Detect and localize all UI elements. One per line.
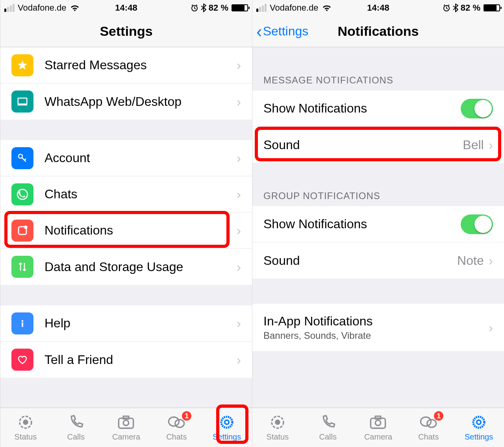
nav-title: Notifications bbox=[338, 24, 419, 39]
phone-icon bbox=[68, 414, 84, 431]
section-header-group: GROUP NOTIFICATIONS bbox=[252, 163, 504, 206]
chevron-right-icon: › bbox=[237, 223, 241, 238]
row-subtitle: Banners, Sounds, Vibrate bbox=[263, 330, 489, 341]
svg-point-26 bbox=[473, 417, 484, 428]
svg-point-3 bbox=[19, 154, 22, 158]
chevron-right-icon: › bbox=[237, 94, 241, 109]
star-icon bbox=[11, 54, 33, 76]
carrier-label: Vodafone.de bbox=[270, 3, 319, 13]
tab-bar: Status Calls Camera 1 Chats Settings bbox=[0, 408, 252, 447]
nav-bar: Settings bbox=[0, 16, 252, 47]
row-label: Help bbox=[44, 316, 237, 331]
notifications-list: MESSAGE NOTIFICATIONS Show Notifications… bbox=[252, 47, 504, 408]
row-label: Chats bbox=[44, 187, 237, 201]
row-label: Sound bbox=[263, 138, 463, 152]
row-label: Starred Messages bbox=[44, 58, 237, 72]
chevron-right-icon: › bbox=[489, 320, 493, 335]
svg-point-16 bbox=[221, 417, 232, 428]
tab-chats[interactable]: 1 Chats bbox=[151, 408, 202, 447]
battery-icon bbox=[232, 4, 248, 11]
row-msg-sound[interactable]: Sound Bell › bbox=[252, 127, 504, 163]
tab-settings[interactable]: Settings bbox=[454, 408, 504, 447]
svg-point-24 bbox=[421, 417, 431, 426]
row-tell-friend[interactable]: Tell a Friend › bbox=[0, 342, 252, 378]
back-label: Settings bbox=[263, 24, 309, 39]
chats-badge: 1 bbox=[434, 411, 443, 421]
chevron-right-icon: › bbox=[237, 259, 241, 275]
row-chats[interactable]: Chats › bbox=[0, 176, 252, 212]
svg-rect-8 bbox=[22, 322, 23, 327]
row-msg-show-notifications[interactable]: Show Notifications bbox=[252, 91, 504, 127]
tab-label: Settings bbox=[213, 432, 241, 441]
row-whatsapp-web[interactable]: WhatsApp Web/Desktop › bbox=[0, 83, 252, 120]
svg-rect-13 bbox=[124, 416, 129, 419]
status-time: 14:48 bbox=[367, 3, 389, 13]
svg-point-17 bbox=[225, 420, 229, 425]
chevron-left-icon: ‹ bbox=[256, 23, 262, 40]
alarm-icon bbox=[443, 4, 450, 12]
row-account[interactable]: Account › bbox=[0, 140, 252, 176]
row-starred-messages[interactable]: Starred Messages › bbox=[0, 47, 252, 83]
info-icon bbox=[11, 312, 33, 334]
chats-badge: 1 bbox=[182, 411, 191, 421]
tab-label: Chats bbox=[166, 432, 187, 441]
svg-point-20 bbox=[275, 419, 280, 425]
chevron-right-icon: › bbox=[237, 150, 241, 166]
row-grp-show-notifications[interactable]: Show Notifications bbox=[252, 206, 504, 242]
row-label: In-App Notifications bbox=[263, 314, 489, 329]
wifi-icon bbox=[70, 4, 80, 12]
svg-point-22 bbox=[376, 420, 381, 426]
chevron-right-icon: › bbox=[237, 57, 241, 73]
tab-calls[interactable]: Calls bbox=[303, 408, 353, 447]
tab-chats[interactable]: 1 Chats bbox=[403, 408, 454, 447]
tab-label: Status bbox=[267, 432, 289, 441]
svg-point-27 bbox=[477, 420, 481, 425]
row-label: Show Notifications bbox=[263, 217, 461, 231]
svg-rect-23 bbox=[376, 416, 381, 419]
svg-point-15 bbox=[175, 419, 184, 427]
toggle-on[interactable] bbox=[461, 99, 493, 118]
status-bar: Vodafone.de 14:48 82 % bbox=[252, 0, 504, 16]
row-label: Sound bbox=[263, 253, 457, 268]
row-notifications[interactable]: Notifications › bbox=[0, 212, 252, 249]
row-grp-sound[interactable]: Sound Note › bbox=[252, 242, 504, 279]
toggle-on[interactable] bbox=[461, 214, 493, 234]
row-label: Data and Storage Usage bbox=[44, 260, 237, 274]
tab-label: Calls bbox=[319, 432, 336, 441]
back-button[interactable]: ‹ Settings bbox=[256, 23, 308, 40]
svg-point-14 bbox=[169, 417, 179, 426]
chevron-right-icon: › bbox=[489, 137, 493, 153]
nav-title: Settings bbox=[100, 24, 152, 39]
gear-icon bbox=[471, 414, 487, 431]
row-in-app-notifications[interactable]: In-App Notifications Banners, Sounds, Vi… bbox=[252, 304, 504, 351]
tab-camera[interactable]: Camera bbox=[353, 408, 404, 447]
row-value: Note bbox=[457, 253, 484, 268]
row-label: Account bbox=[44, 151, 237, 165]
tab-label: Chats bbox=[418, 432, 439, 441]
heart-icon bbox=[11, 349, 33, 371]
tab-status[interactable]: Status bbox=[0, 408, 51, 447]
row-help[interactable]: Help › bbox=[0, 305, 252, 342]
status-icon bbox=[270, 414, 285, 431]
carrier-label: Vodafone.de bbox=[18, 3, 67, 13]
row-data-storage[interactable]: Data and Storage Usage › bbox=[0, 249, 252, 285]
key-icon bbox=[11, 147, 33, 169]
tab-calls[interactable]: Calls bbox=[51, 408, 101, 447]
nav-bar: ‹ Settings Notifications bbox=[252, 16, 504, 47]
svg-rect-1 bbox=[18, 98, 27, 104]
tab-camera[interactable]: Camera bbox=[101, 408, 152, 447]
gear-icon bbox=[219, 414, 235, 431]
battery-icon bbox=[484, 4, 500, 11]
tab-status[interactable]: Status bbox=[252, 408, 303, 447]
tab-settings[interactable]: Settings bbox=[202, 408, 252, 447]
signal-icon bbox=[4, 4, 15, 12]
row-label: Show Notifications bbox=[263, 101, 461, 116]
screen-settings: Vodafone.de 14:48 82 % Settings bbox=[0, 0, 252, 447]
whatsapp-icon bbox=[11, 183, 33, 205]
chevron-right-icon: › bbox=[237, 352, 241, 368]
tab-bar: Status Calls Camera 1 Chats Settings bbox=[252, 408, 504, 447]
tab-label: Camera bbox=[112, 432, 140, 441]
row-value: Bell bbox=[463, 138, 484, 152]
svg-point-10 bbox=[23, 419, 28, 425]
bluetooth-icon bbox=[201, 4, 206, 12]
